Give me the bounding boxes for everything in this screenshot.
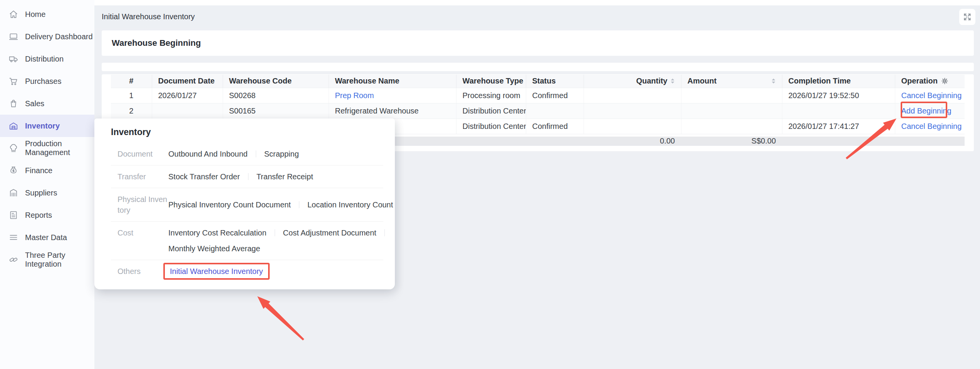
popup-title: Inventory (111, 127, 383, 137)
sidebar-item-master-data[interactable]: Master Data (0, 226, 94, 249)
menu-item-monthly-weighted-average[interactable]: Monthly Weighted Average (168, 243, 260, 254)
fullscreen-button[interactable] (959, 9, 975, 25)
menu-item-stock-transfer-order[interactable]: Stock Transfer Order (168, 171, 240, 182)
cell-quantity (584, 103, 681, 119)
add-beginning-link[interactable]: Add Beginning (901, 107, 951, 115)
col-header-amount[interactable]: Amount (681, 75, 782, 88)
cell-document-date (152, 103, 223, 119)
menu-section-label: Cost (117, 227, 168, 238)
menu-section-cost: Cost Inventory Cost Recalculation Cost A… (111, 222, 383, 260)
col-header-warehouse-code: Warehouse Code (223, 75, 329, 88)
cell-warehouse-code: S00268 (223, 88, 329, 103)
breadcrumb-bar: Initial Warehouse Inventory (94, 5, 980, 28)
cancel-beginning-link[interactable]: Cancel Beginning (901, 91, 962, 100)
page-title: Warehouse Beginning (112, 38, 201, 48)
cell-amount (681, 119, 782, 134)
sidebar-item-label: Production Management (25, 139, 94, 157)
menu-section-label: Transfer (117, 171, 168, 182)
menu-item-cost-adjustment-document[interactable]: Cost Adjustment Document (283, 227, 376, 238)
sidebar-item-sales[interactable]: Sales (0, 92, 94, 115)
cart-icon (8, 76, 18, 86)
cell-index: 2 (111, 103, 152, 119)
table-header-row: # Document Date Warehouse Code Warehouse… (111, 75, 965, 88)
sidebar-item-label: Sales (25, 99, 44, 108)
truck-icon (8, 54, 18, 64)
cell-amount (681, 103, 782, 119)
warehouse-icon (8, 121, 18, 131)
menu-section-others: Others Initial Warehouse Inventory (111, 260, 383, 282)
column-settings-gear-icon[interactable] (941, 77, 948, 85)
home-icon (8, 9, 18, 19)
table-row: 2 S00165 Refrigerated Warehouse Distribu… (111, 103, 965, 119)
menu-section-transfer: Transfer Stock Transfer Order Transfer R… (111, 165, 383, 188)
menu-separator (384, 229, 385, 236)
sidebar-item-finance[interactable]: Finance (0, 159, 94, 182)
expand-icon (963, 13, 972, 21)
sidebar-item-label: Distribution (25, 55, 64, 63)
menu-item-initial-warehouse-inventory[interactable]: Initial Warehouse Inventory (170, 267, 263, 275)
cell-completion-time: 2026/01/27 19:52:50 (782, 88, 895, 103)
sidebar-item-label: Reports (25, 211, 52, 220)
sort-icon[interactable] (670, 78, 675, 84)
sidebar: Home Delivery Dashboard Distribution Pur… (0, 0, 94, 369)
top-strip (94, 0, 980, 5)
menu-item-inventory-cost-recalculation[interactable]: Inventory Cost Recalculation (168, 227, 267, 238)
menu-item-transfer-receipt[interactable]: Transfer Receipt (257, 171, 313, 182)
menu-section-physical-inventory: Physical Inventory Physical Inventory Co… (111, 188, 383, 222)
sidebar-item-purchases[interactable]: Purchases (0, 70, 94, 92)
menu-section-label: Others (117, 266, 168, 277)
sidebar-item-inventory[interactable]: Inventory (0, 115, 94, 137)
cell-quantity (584, 88, 681, 103)
cell-warehouse-name: Refrigerated Warehouse (329, 103, 456, 119)
sidebar-item-label: Three Party Integration (25, 251, 94, 269)
col-header-status: Status (526, 75, 584, 88)
sidebar-item-reports[interactable]: Reports (0, 204, 94, 226)
annotation-red-box: Initial Warehouse Inventory (163, 263, 270, 280)
cell-warehouse-code: S00165 (223, 103, 329, 119)
menu-item-scrapping[interactable]: Scrapping (264, 149, 299, 159)
cell-warehouse-type: Distribution Center ... (456, 119, 526, 134)
menu-separator (275, 229, 275, 236)
sidebar-item-label: Master Data (25, 233, 67, 242)
col-header-warehouse-type: Warehouse Type (456, 75, 526, 88)
sidebar-item-label: Purchases (25, 77, 62, 86)
menu-item-outbound-and-inbound[interactable]: Outbound And Inbound (168, 149, 248, 159)
sidebar-item-production-management[interactable]: Production Management (0, 137, 94, 159)
col-header-document-date: Document Date (152, 75, 223, 88)
cell-status: Confirmed (526, 88, 584, 103)
menu-item-physical-inventory-count-document[interactable]: Physical Inventory Count Document (168, 199, 291, 210)
breadcrumb: Initial Warehouse Inventory (102, 12, 195, 21)
cell-quantity (584, 119, 681, 134)
sidebar-item-label: Inventory (25, 122, 60, 130)
bag-icon (8, 99, 18, 109)
sidebar-item-distribution[interactable]: Distribution (0, 48, 94, 70)
menu-section-document: Document Outbound And Inbound Scrapping (111, 143, 383, 165)
report-icon (8, 210, 18, 220)
sidebar-item-suppliers[interactable]: Suppliers (0, 182, 94, 204)
sidebar-item-home[interactable]: Home (0, 3, 94, 25)
menu-item-location-inventory-count[interactable]: Location Inventory Count (307, 199, 393, 210)
summary-quantity: 0.00 (584, 137, 681, 146)
sidebar-item-label: Delivery Dashboard (25, 32, 93, 41)
cancel-beginning-link[interactable]: Cancel Beginning (901, 122, 962, 130)
integration-icon (8, 255, 18, 265)
sidebar-item-label: Suppliers (25, 189, 57, 197)
warehouse-name-link[interactable]: Prep Room (335, 91, 374, 100)
sidebar-item-three-party-integration[interactable]: Three Party Integration (0, 249, 94, 271)
building-icon (8, 188, 18, 198)
sidebar-item-label: Finance (25, 166, 52, 175)
cell-document-date: 2026/01/27 (152, 88, 223, 103)
col-header-completion-time: Completion Time (782, 75, 895, 88)
col-header-quantity[interactable]: Quantity (584, 75, 681, 88)
menu-section-label: Physical Inventory (117, 194, 168, 215)
sort-icon[interactable] (771, 78, 776, 84)
cell-status (526, 103, 584, 119)
inventory-menu-popup: Inventory Document Outbound And Inbound … (94, 119, 395, 289)
chef-hat-icon (8, 143, 18, 153)
sidebar-item-label: Home (25, 10, 45, 19)
cell-amount (681, 88, 782, 103)
cell-completion-time (782, 103, 895, 119)
menu-separator (248, 173, 248, 180)
cell-completion-time: 2026/01/27 17:41:27 (782, 119, 895, 134)
sidebar-item-delivery-dashboard[interactable]: Delivery Dashboard (0, 25, 94, 48)
